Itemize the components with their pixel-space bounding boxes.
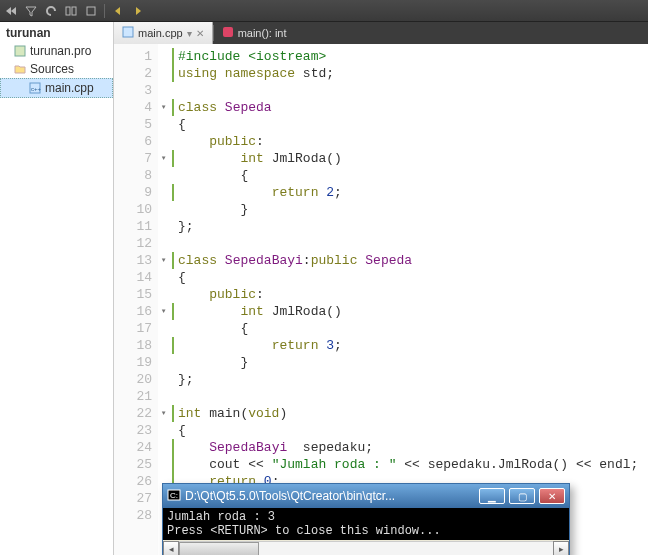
symbol-label: main(): int xyxy=(238,27,287,39)
project-root[interactable]: turunan xyxy=(0,24,113,42)
svg-rect-6 xyxy=(123,27,133,37)
editor-tabs: main.cpp ▾ ✕ main(): int xyxy=(114,22,648,44)
tab-label: main.cpp xyxy=(138,27,183,39)
svg-rect-2 xyxy=(87,7,95,15)
chevron-down-icon[interactable]: ▾ xyxy=(187,28,192,39)
sync-icon[interactable] xyxy=(44,4,58,18)
maximize-button[interactable]: ▢ xyxy=(509,488,535,504)
tree-label: main.cpp xyxy=(45,81,94,95)
scroll-right-button[interactable]: ▸ xyxy=(553,541,569,555)
forward-arrow-icon[interactable] xyxy=(131,4,145,18)
code-content[interactable]: #include <iostream>using namespace std;c… xyxy=(170,44,648,555)
console-window[interactable]: C: D:\Qt\Qt5.5.0\Tools\QtCreator\bin\qtc… xyxy=(162,483,570,555)
expand-icon[interactable] xyxy=(84,4,98,18)
svg-rect-7 xyxy=(223,27,233,37)
tree-label: Sources xyxy=(30,62,74,76)
top-toolbar xyxy=(0,0,648,22)
svg-text:C:: C: xyxy=(170,491,178,500)
function-icon xyxy=(222,26,234,40)
split-icon[interactable] xyxy=(64,4,78,18)
code-editor[interactable]: 1234567891011121314151617181920212223242… xyxy=(114,44,648,555)
symbol-selector[interactable]: main(): int xyxy=(214,22,295,44)
toolbar-separator xyxy=(104,4,105,18)
minimize-button[interactable]: ▁ xyxy=(479,488,505,504)
close-button[interactable]: ✕ xyxy=(539,488,565,504)
cpp-file-icon xyxy=(122,26,134,40)
console-titlebar[interactable]: C: D:\Qt\Qt5.5.0\Tools\QtCreator\bin\qtc… xyxy=(163,484,569,508)
svg-rect-3 xyxy=(15,46,25,56)
file-tab[interactable]: main.cpp ▾ ✕ xyxy=(114,22,213,44)
folder-icon xyxy=(14,63,26,75)
console-scrollbar[interactable]: ◂ ▸ xyxy=(163,540,569,555)
svg-rect-1 xyxy=(72,7,76,15)
tree-item-pro[interactable]: turunan.pro xyxy=(0,42,113,60)
scroll-left-button[interactable]: ◂ xyxy=(163,541,179,555)
filter-icon[interactable] xyxy=(24,4,38,18)
tree-label: turunan.pro xyxy=(30,44,91,58)
svg-text:c++: c++ xyxy=(31,86,41,92)
rewind-icon[interactable] xyxy=(4,4,18,18)
scroll-track[interactable] xyxy=(179,541,553,555)
cpp-file-icon: c++ xyxy=(29,82,41,94)
svg-rect-0 xyxy=(66,7,70,15)
back-arrow-icon[interactable] xyxy=(111,4,125,18)
tree-item-maincpp[interactable]: c++ main.cpp xyxy=(0,78,113,98)
line-number-gutter: 1234567891011121314151617181920212223242… xyxy=(114,44,158,555)
project-tree[interactable]: turunan turunan.pro Sources c++ main.cpp xyxy=(0,22,114,555)
tree-item-sources[interactable]: Sources xyxy=(0,60,113,78)
app-icon: C: xyxy=(167,488,181,505)
console-title: D:\Qt\Qt5.5.0\Tools\QtCreator\bin\qtcr..… xyxy=(185,489,475,503)
close-icon[interactable]: ✕ xyxy=(196,28,204,39)
console-output: Jumlah roda : 3 Press <RETURN> to close … xyxy=(163,508,569,540)
pro-file-icon xyxy=(14,45,26,57)
fold-column[interactable] xyxy=(158,44,170,555)
scroll-thumb[interactable] xyxy=(179,542,259,555)
